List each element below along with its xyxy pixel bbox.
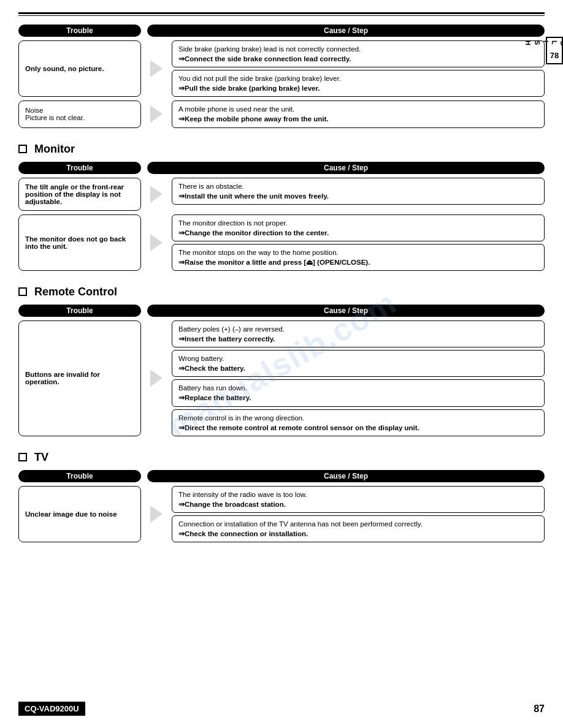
arrow-cell <box>147 40 166 97</box>
section-heading-label: TV <box>34 451 48 464</box>
cause-text: A mobile phone is used near the unit. <box>178 105 294 113</box>
table-header-row: TroubleCause / Step <box>18 25 545 37</box>
causes-cell: Battery poles (+) (–) are reversed.⇒Inse… <box>172 320 545 436</box>
th-cause: Cause / Step <box>147 162 545 174</box>
cause-item: There is an obstacle.⇒Install the unit w… <box>172 178 545 205</box>
th-cause: Cause / Step <box>147 470 545 482</box>
page-number: 87 <box>534 703 545 715</box>
cause-action: ⇒Direct the remote control at remote con… <box>178 424 419 431</box>
trouble-text: Unclear image due to noise <box>25 510 117 518</box>
trouble-cell: The monitor does not go back into the un… <box>18 214 141 271</box>
cause-item: Wrong battery.⇒Check the battery. <box>172 350 545 377</box>
cause-action: ⇒Connect the side brake connection lead … <box>178 55 351 63</box>
table-header-row: TroubleCause / Step <box>18 470 545 482</box>
arrow-cell <box>147 100 166 127</box>
trouble-text: The monitor does not go back into the un… <box>25 235 134 250</box>
trouble-text: Buttons are invalid for operation. <box>25 371 134 385</box>
section-tv-section: TVTroubleCause / StepUnclear image due t… <box>18 451 545 542</box>
cause-item: The monitor direction is not proper.⇒Cha… <box>172 214 545 241</box>
model-name: CQ-VAD9200U <box>18 702 85 716</box>
top-divider <box>18 12 545 16</box>
trouble-text: The tilt angle or the front-rear positio… <box>25 183 134 205</box>
tab-page-number: 78 <box>550 51 559 61</box>
section-monitor-section: MonitorTroubleCause / StepThe tilt angle… <box>18 143 545 271</box>
cause-action: ⇒Check the battery. <box>178 365 245 372</box>
causes-cell: The monitor direction is not proper.⇒Cha… <box>172 214 545 271</box>
language-tab: ENGLISH 78 <box>546 37 563 64</box>
cause-text: Battery poles (+) (–) are reversed. <box>178 325 285 333</box>
cause-text: The monitor stops on the way to the home… <box>178 249 339 256</box>
page-footer: CQ-VAD9200U 87 <box>18 702 545 716</box>
arrow-triangle-icon <box>150 60 163 77</box>
cause-item: The intensity of the radio wave is too l… <box>172 486 545 513</box>
section-checkbox <box>18 145 27 153</box>
cause-item: A mobile phone is used near the unit.⇒Ke… <box>172 100 545 127</box>
causes-cell: A mobile phone is used near the unit.⇒Ke… <box>172 100 545 127</box>
th-trouble: Trouble <box>18 25 141 37</box>
cause-action: ⇒Raise the monitor a little and press [⏏… <box>178 259 370 266</box>
trouble-cell: Only sound, no picture. <box>18 40 141 97</box>
table-header-row: TroubleCause / Step <box>18 162 545 174</box>
cause-action: ⇒Replace the battery. <box>178 394 251 401</box>
cause-action: ⇒Install the unit where the unit moves f… <box>178 192 329 200</box>
cause-action: ⇒Change the broadcast station. <box>178 501 286 508</box>
cause-text: Battery has run down. <box>178 384 247 392</box>
section-top-section: TroubleCause / StepOnly sound, no pictur… <box>18 25 545 128</box>
arrow-triangle-icon <box>150 370 163 387</box>
trouble-cell: Unclear image due to noise <box>18 486 141 542</box>
causes-cell: The intensity of the radio wave is too l… <box>172 486 545 542</box>
cause-item: Connection or installation of the TV ant… <box>172 515 545 542</box>
th-cause: Cause / Step <box>147 305 545 317</box>
cause-action: ⇒Check the connection or installation. <box>178 530 308 537</box>
section-heading-label: Remote Control <box>34 286 117 298</box>
cause-text: You did not pull the side brake (parking… <box>178 75 341 82</box>
th-cause: Cause / Step <box>147 25 545 37</box>
trouble-cell: The tilt angle or the front-rear positio… <box>18 178 141 211</box>
section-heading-monitor-section: Monitor <box>18 143 545 156</box>
cause-text: The monitor direction is not proper. <box>178 219 288 227</box>
arrow-cell <box>147 320 166 436</box>
section-heading-label: Monitor <box>34 143 75 156</box>
cause-item: Remote control is in the wrong direction… <box>172 409 545 436</box>
arrow-triangle-icon <box>150 506 163 523</box>
cause-item: Battery has run down.⇒Replace the batter… <box>172 379 545 406</box>
cause-text: Wrong battery. <box>178 355 224 362</box>
language-letters: ENGLISH <box>524 40 563 47</box>
th-trouble: Trouble <box>18 305 141 317</box>
cause-text: Side brake (parking brake) lead is not c… <box>178 45 361 53</box>
cause-action: ⇒Insert the battery correctly. <box>178 335 275 343</box>
table-row: Buttons are invalid for operation.Batter… <box>18 320 545 436</box>
arrow-triangle-icon <box>150 186 163 203</box>
arrow-triangle-icon <box>150 234 163 251</box>
cause-text: Remote control is in the wrong direction… <box>178 414 304 422</box>
cause-action: ⇒Change the monitor direction to the cen… <box>178 229 329 237</box>
sections-container: TroubleCause / StepOnly sound, no pictur… <box>18 25 545 542</box>
section-heading-tv-section: TV <box>18 451 545 464</box>
section-checkbox <box>18 287 27 296</box>
causes-cell: Side brake (parking brake) lead is not c… <box>172 40 545 97</box>
trouble-cell: Buttons are invalid for operation. <box>18 320 141 436</box>
cause-text: The intensity of the radio wave is too l… <box>178 491 307 498</box>
table-row: NoisePicture is not clear.A mobile phone… <box>18 100 545 127</box>
cause-item: The monitor stops on the way to the home… <box>172 244 545 271</box>
arrow-cell <box>147 214 166 271</box>
table-row: Only sound, no picture.Side brake (parki… <box>18 40 545 97</box>
cause-item: You did not pull the side brake (parking… <box>172 70 545 97</box>
trouble-text: NoisePicture is not clear. <box>18 100 141 127</box>
th-trouble: Trouble <box>18 162 141 174</box>
cause-action: ⇒Keep the mobile phone away from the uni… <box>178 115 329 123</box>
table-row: Unclear image due to noiseThe intensity … <box>18 486 545 542</box>
cause-text: There is an obstacle. <box>178 183 244 190</box>
cause-item: Side brake (parking brake) lead is not c… <box>172 40 545 67</box>
table-row: The tilt angle or the front-rear positio… <box>18 178 545 211</box>
table-header-row: TroubleCause / Step <box>18 305 545 317</box>
th-trouble: Trouble <box>18 470 141 482</box>
section-remote-section: Remote ControlTroubleCause / StepButtons… <box>18 286 545 436</box>
section-checkbox <box>18 453 27 461</box>
cause-item: Battery poles (+) (–) are reversed.⇒Inse… <box>172 320 545 347</box>
trouble-text: Only sound, no picture. <box>25 65 104 72</box>
cause-text: Connection or installation of the TV ant… <box>178 520 423 528</box>
cause-action: ⇒Pull the side brake (parking brake) lev… <box>178 85 320 92</box>
arrow-triangle-icon <box>150 105 163 123</box>
arrow-cell <box>147 486 166 542</box>
